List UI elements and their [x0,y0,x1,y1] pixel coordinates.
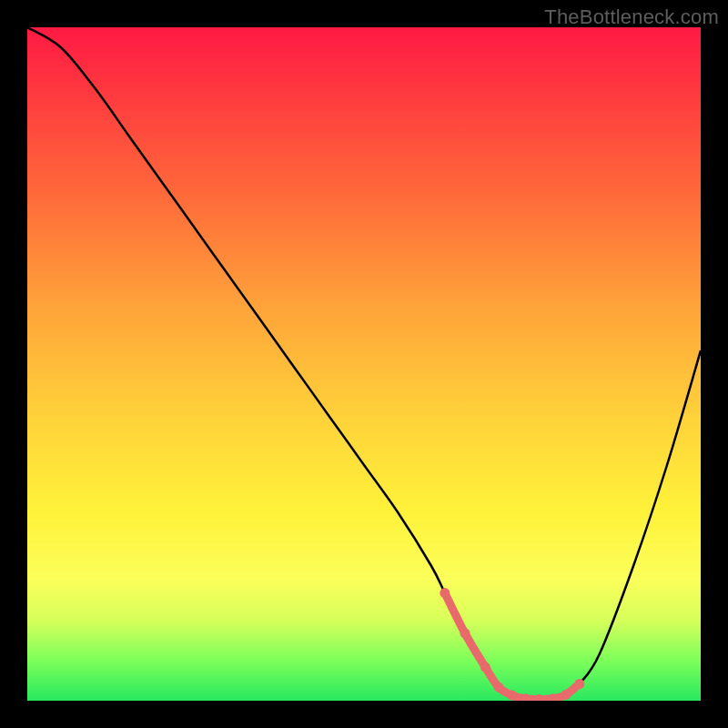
optimal-marker [440,588,450,598]
optimal-marker [548,693,558,701]
optimal-marker-group [440,588,584,701]
optimal-band [445,593,580,700]
watermark-label: TheBottleneck.com [544,5,719,29]
optimal-marker [494,682,504,693]
optimal-marker [480,662,490,672]
optimal-marker [534,694,544,701]
optimal-marker [574,679,584,689]
chart-plot-area [27,27,701,701]
optimal-marker [507,691,517,701]
optimal-marker [561,690,571,700]
curve-svg [27,27,701,701]
bottleneck-curve [27,27,701,700]
optimal-marker [460,629,470,639]
chart-frame: TheBottleneck.com [0,0,728,728]
optimal-marker [521,693,531,701]
